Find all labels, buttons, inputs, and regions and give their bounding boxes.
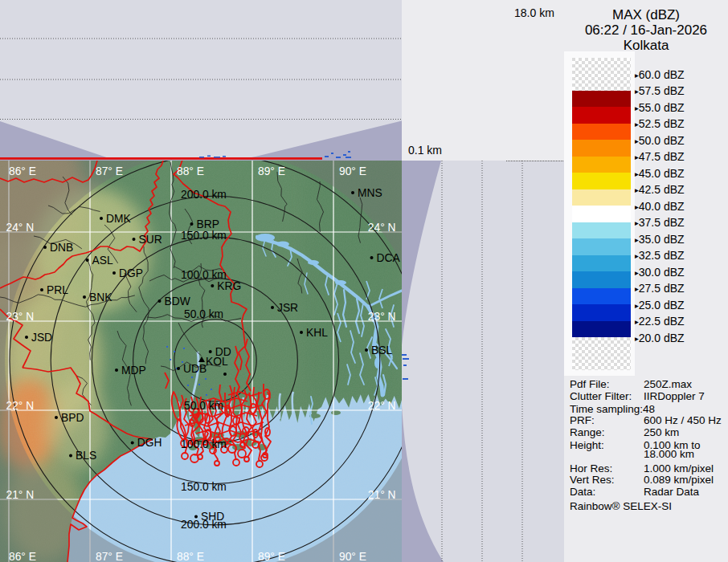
svg-text:100.0 km: 100.0 km [181,269,227,281]
svg-text:150.0 km: 150.0 km [181,481,227,493]
svg-text:BLS: BLS [76,450,96,462]
svg-text:50.0 km: 50.0 km [184,308,223,320]
svg-text:90° E: 90° E [339,551,366,562]
svg-text:22° N: 22° N [6,400,35,412]
svg-text:89° E: 89° E [258,165,285,177]
svg-text:JSD: JSD [31,332,52,344]
svg-text:21° N: 21° N [368,489,396,501]
svg-text:200.0 km: 200.0 km [181,189,227,201]
svg-text:PRL: PRL [47,284,68,296]
svg-text:UDB: UDB [183,363,207,375]
svg-text:SUR: SUR [139,234,162,246]
svg-text:DGH: DGH [137,437,162,449]
svg-text:BPD: BPD [61,412,84,424]
svg-text:86° E: 86° E [9,165,36,177]
svg-text:24° N: 24° N [6,222,35,234]
svg-text:50.0 km: 50.0 km [184,400,223,412]
svg-text:24° N: 24° N [368,222,396,234]
svg-text:KRG: KRG [217,280,241,292]
svg-text:DCA: DCA [377,252,401,264]
svg-text:KOL: KOL [206,356,228,368]
svg-text:86° E: 86° E [9,551,36,562]
svg-text:21° N: 21° N [6,489,35,501]
svg-text:88° E: 88° E [177,165,204,177]
svg-text:150.0 km: 150.0 km [181,230,227,242]
svg-text:23° N: 23° N [368,311,396,323]
svg-text:BSL: BSL [371,344,392,356]
svg-text:MNS: MNS [358,187,382,199]
svg-text:BDW: BDW [165,295,190,307]
svg-text:BRP: BRP [197,218,219,230]
svg-text:SHD: SHD [201,511,224,523]
svg-text:DGP: DGP [119,267,143,279]
svg-text:88° E: 88° E [177,551,204,562]
svg-text:89° E: 89° E [258,551,285,562]
svg-text:JSR: JSR [277,302,298,314]
svg-text:100.0 km: 100.0 km [181,438,227,450]
svg-text:MDP: MDP [121,364,146,377]
svg-text:90° E: 90° E [339,165,366,177]
svg-text:87° E: 87° E [96,165,123,177]
svg-text:BNK: BNK [89,291,112,303]
svg-text:DNB: DNB [50,242,73,254]
svg-text:22° N: 22° N [368,400,396,412]
svg-text:KHL: KHL [306,327,328,339]
svg-text:ASL: ASL [92,255,113,267]
svg-text:23° N: 23° N [6,311,35,323]
svg-text:DMK: DMK [106,213,131,225]
svg-text:87° E: 87° E [96,551,123,562]
